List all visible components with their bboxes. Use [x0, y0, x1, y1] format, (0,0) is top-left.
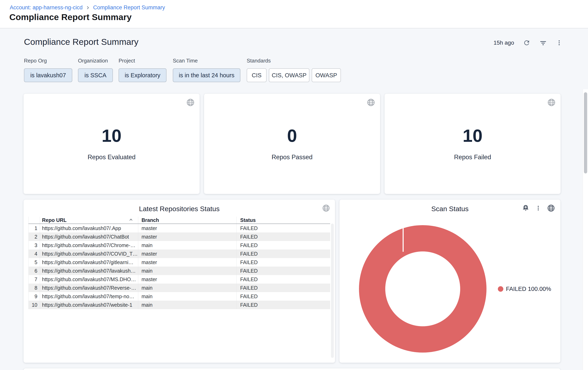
filter-label: Organization [78, 58, 113, 64]
legend-dot [498, 286, 503, 292]
filter-scan-time: Scan Time is in the last 24 hours [173, 58, 240, 82]
compliance-report-screen: Account: app-harness-ng-cicd Compliance … [0, 0, 588, 370]
filter-label: Repo Org [24, 58, 72, 64]
stat-tile-repos-evaluated: 10 Repos Evaluated [23, 94, 200, 194]
table-scrollbar-track[interactable] [331, 224, 334, 358]
globe-icon[interactable] [547, 204, 555, 212]
column-header-repo-url[interactable]: Repo URL [40, 217, 138, 224]
row-number-header [28, 217, 40, 224]
table-row: 2https://github.com/lavakush07/ChatBotma… [28, 232, 330, 241]
filter-label: Scan Time [173, 58, 240, 64]
page-scrollbar-thumb[interactable] [584, 92, 587, 173]
legend-item-failed[interactable]: FAILED 100.00% [498, 286, 551, 292]
filter-chip-repo-org[interactable]: is lavakush07 [24, 68, 72, 82]
filter-chip-standards-owasp[interactable]: OWASP [312, 68, 341, 82]
kebab-menu-icon[interactable] [535, 205, 541, 211]
app-header: Account: app-harness-ng-cicd Compliance … [0, 0, 588, 28]
latest-repositories-tile: Latest Repositories Status Repo URL Bran… [23, 200, 335, 363]
stat-tile-repos-passed: 0 Repos Passed [204, 94, 380, 194]
table-row: 6https://github.com/lavakush07/lavakush…… [28, 267, 330, 275]
column-header-branch[interactable]: Branch [138, 217, 236, 224]
table-row: 8https://github.com/lavakush07/Reverse-…… [28, 284, 330, 292]
stat-value: 10 [463, 127, 483, 145]
stat-label: Repos Passed [272, 154, 313, 161]
filter-icon[interactable] [539, 39, 547, 47]
scan-status-donut[interactable] [359, 225, 486, 352]
stat-label: Repos Failed [454, 154, 491, 161]
table-tile-title: Latest Repositories Status [23, 205, 335, 213]
filter-chip-standards-cis-owasp[interactable]: CIS, OWASP [269, 68, 309, 82]
column-header-status[interactable]: Status [236, 217, 330, 224]
breadcrumb-current-link[interactable]: Compliance Report Summary [93, 4, 165, 11]
legend-label: FAILED 100.00% [506, 286, 551, 292]
scan-status-tile: Scan Status FAILED 100.00% [339, 200, 560, 363]
filter-repo-org: Repo Org is lavakush07 [24, 58, 72, 82]
breadcrumb-account-link[interactable]: Account: app-harness-ng-cicd [10, 4, 83, 11]
donut-segment-divider [403, 225, 404, 252]
repositories-table: Repo URL Branch Status 1https://github.c… [28, 217, 330, 309]
stat-tile-repos-failed: 10 Repos Failed [385, 94, 561, 194]
kebab-menu-icon[interactable] [556, 40, 562, 46]
table-row: 7https://github.com/lavakush07/MS.DHO…ma… [28, 275, 330, 284]
table-row: 9https://github.com/lavakush07/temp-no…m… [28, 292, 330, 301]
table-row: 1https://github.com/lavakush07/.Appmaste… [28, 224, 330, 232]
table-row: 10https://github.com/lavakush07/website-… [28, 301, 330, 309]
breadcrumb: Account: app-harness-ng-cicd Compliance … [10, 4, 165, 11]
table-header-row: Repo URL Branch Status [28, 217, 330, 224]
next-tile-partial [23, 368, 560, 370]
filter-organization: Organization is SSCA [78, 58, 113, 82]
table-row: 4https://github.com/lavakush07/COVID_T…m… [28, 250, 330, 258]
globe-icon[interactable] [547, 98, 556, 108]
dashboard-title: Compliance Report Summary [24, 37, 138, 47]
stat-value: 0 [287, 127, 297, 145]
refresh-icon[interactable] [523, 39, 530, 46]
globe-icon[interactable] [367, 98, 375, 108]
stat-value: 10 [102, 127, 122, 145]
dashboard-controls: 15h ago [494, 39, 562, 47]
chevron-right-icon [86, 6, 90, 10]
filter-chip-organization[interactable]: is SSCA [78, 68, 113, 82]
page-scrollbar-track[interactable] [583, 89, 588, 370]
alert-bell-plus-icon[interactable] [522, 204, 530, 212]
filter-label: Project [119, 58, 167, 64]
filter-standards: Standards CIS CIS, OWASP OWASP [247, 58, 341, 82]
last-updated-text: 15h ago [494, 40, 514, 46]
filter-chip-project[interactable]: is Exploratory [119, 68, 167, 82]
globe-icon[interactable] [186, 98, 195, 108]
stat-label: Repos Evaluated [87, 154, 136, 161]
filter-label: Standards [247, 58, 341, 64]
page-title: Compliance Report Summary [9, 12, 132, 22]
globe-icon[interactable] [322, 204, 330, 213]
scan-tile-controls [522, 204, 555, 212]
table-row: 5https://github.com/lavakush07/gitlearni… [28, 258, 330, 267]
sort-asc-icon[interactable] [129, 218, 133, 223]
filter-chip-standards-cis[interactable]: CIS [247, 68, 267, 82]
table-row: 3https://github.com/lavakush07/Chrome-…m… [28, 241, 330, 250]
table-body: 1https://github.com/lavakush07/.Appmaste… [28, 224, 330, 309]
filter-chip-scan-time[interactable]: is in the last 24 hours [173, 68, 240, 82]
filter-project: Project is Exploratory [119, 58, 167, 82]
